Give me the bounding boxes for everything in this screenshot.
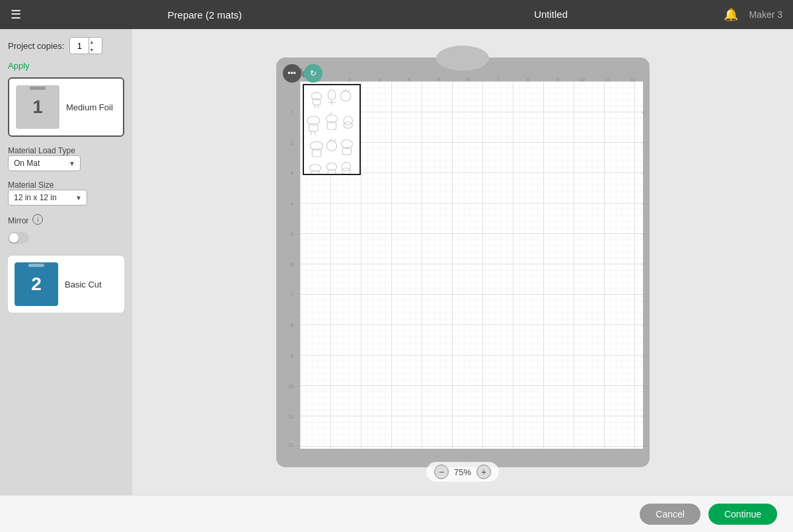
- machine-label: Maker 3: [749, 9, 782, 20]
- svg-text:4: 4: [291, 202, 293, 206]
- info-symbol: i: [37, 216, 38, 223]
- svg-text:17: 17: [436, 455, 441, 459]
- apply-button[interactable]: Apply: [8, 61, 124, 71]
- svg-text:29: 29: [605, 455, 610, 459]
- svg-point-35: [326, 141, 336, 151]
- copies-input-wrapper: ▲ ▼: [69, 37, 102, 54]
- mat-toolbar: ••• ↻: [283, 64, 322, 83]
- svg-line-16: [315, 104, 315, 108]
- mat2-number: 2: [31, 274, 42, 295]
- zoom-minus-icon: −: [439, 467, 444, 476]
- svg-text:6: 6: [643, 443, 646, 447]
- continue-button[interactable]: Continue: [708, 504, 777, 525]
- svg-point-42: [326, 163, 336, 170]
- copies-down-arrow[interactable]: ▼: [89, 46, 94, 54]
- svg-text:21: 21: [642, 354, 646, 358]
- svg-text:5: 5: [291, 232, 293, 237]
- mat-board: cricut ••• ↻ 1 2 3 4 5 6 7 8 9: [276, 57, 650, 467]
- svg-text:9: 9: [291, 354, 293, 358]
- svg-text:52: 52: [642, 172, 646, 176]
- header: ☰ Prepare (2 mats) Untitled 🔔 Maker 3: [0, 0, 793, 29]
- zoom-level: 75%: [454, 467, 471, 477]
- svg-line-27: [315, 131, 315, 135]
- copies-input[interactable]: [70, 41, 89, 51]
- svg-text:41: 41: [642, 233, 646, 237]
- mat2-card[interactable]: 2 Basic Cut: [8, 256, 124, 313]
- svg-text:12: 12: [288, 443, 293, 447]
- svg-point-21: [340, 91, 350, 100]
- design-on-mat[interactable]: [303, 84, 361, 175]
- mat-grid-wrapper: [300, 81, 643, 449]
- project-copies-label: Project copies:: [8, 41, 64, 51]
- project-copies-row: Project copies: ▲ ▼: [8, 37, 124, 54]
- svg-line-37: [334, 139, 335, 141]
- svg-text:22: 22: [496, 455, 500, 459]
- svg-text:28: 28: [580, 455, 584, 459]
- material-load-select[interactable]: On Mat Without Mat: [8, 155, 81, 171]
- mat2-label: Basic Cut: [65, 280, 102, 289]
- svg-text:6: 6: [291, 262, 293, 267]
- more-options-btn[interactable]: •••: [283, 64, 301, 83]
- copies-arrows: ▲ ▼: [89, 38, 94, 54]
- toggle-knob: [9, 233, 19, 243]
- svg-text:7: 7: [291, 293, 293, 297]
- mat1-label: Medium Foil: [66, 102, 113, 112]
- svg-text:36: 36: [642, 263, 646, 267]
- material-size-select[interactable]: 12 in x 12 in 12 in x 24 in: [8, 190, 87, 206]
- svg-line-30: [329, 112, 332, 115]
- mat2-thumbnail: 2: [15, 262, 58, 306]
- mat1-card[interactable]: 1 Medium Foil: [8, 77, 124, 137]
- zoom-out-button[interactable]: −: [434, 465, 449, 479]
- mirror-label: Mirror: [8, 216, 28, 225]
- svg-rect-39: [342, 147, 351, 155]
- svg-text:27: 27: [555, 455, 560, 459]
- material-load-section: Material Load Type On Mat Without Mat ▼: [8, 143, 124, 171]
- design-pattern-svg: [304, 85, 359, 174]
- main-layout: Project copies: ▲ ▼ Apply 1 Medium Foil …: [0, 29, 793, 495]
- zoom-in-button[interactable]: +: [476, 465, 491, 479]
- mat1-grip: [30, 87, 46, 90]
- svg-text:16: 16: [642, 385, 646, 389]
- svg-text:5: 5: [319, 455, 321, 459]
- svg-text:62: 62: [642, 111, 646, 115]
- ruler-right: 62 57 52 47 41 36 31 26 21 16 11 6: [639, 81, 650, 449]
- bell-icon[interactable]: 🔔: [724, 7, 738, 22]
- ruler-bottom: 30 29 28 27 25 22 20 17 14 11 8 5: [300, 449, 643, 462]
- mirror-toggle[interactable]: [8, 232, 29, 244]
- svg-point-31: [344, 116, 352, 124]
- material-size-select-wrapper: 12 in x 12 in 12 in x 24 in ▼: [8, 190, 87, 206]
- copies-up-arrow[interactable]: ▲: [89, 38, 94, 46]
- svg-text:2: 2: [291, 141, 293, 145]
- prepare-title: Prepare (2 mats): [32, 9, 378, 20]
- svg-text:11: 11: [642, 415, 646, 419]
- mat2-grip: [28, 264, 44, 267]
- cancel-button[interactable]: Cancel: [640, 504, 700, 525]
- svg-point-18: [328, 89, 335, 99]
- svg-text:26: 26: [642, 324, 646, 328]
- svg-rect-29: [327, 122, 336, 129]
- zoom-plus-icon: +: [481, 467, 486, 476]
- svg-text:31: 31: [642, 293, 646, 297]
- mirror-row: Mirror i: [8, 213, 124, 225]
- ruler-left: 1 2 3 4 5 6 7 8 9 10 11 12: [283, 81, 301, 449]
- menu-icon[interactable]: ☰: [11, 7, 21, 22]
- svg-text:11: 11: [377, 455, 381, 459]
- svg-text:20: 20: [466, 455, 471, 459]
- dots-icon: •••: [287, 69, 296, 78]
- svg-text:10: 10: [288, 384, 293, 389]
- document-title: Untitled: [534, 9, 568, 20]
- material-size-section: Material Size 12 in x 12 in 12 in x 24 i…: [8, 178, 124, 206]
- svg-text:1: 1: [291, 110, 293, 115]
- svg-text:8: 8: [348, 455, 351, 459]
- refresh-btn[interactable]: ↻: [304, 64, 322, 83]
- svg-text:25: 25: [525, 455, 530, 459]
- mirror-info-icon[interactable]: i: [32, 214, 43, 225]
- zoom-controls: − 75% +: [426, 462, 499, 482]
- refresh-icon: ↻: [310, 69, 317, 78]
- svg-text:3: 3: [291, 171, 293, 176]
- svg-point-28: [326, 115, 337, 122]
- mat1-number: 1: [32, 96, 43, 118]
- svg-text:57: 57: [642, 141, 646, 145]
- mat1-thumbnail: 1: [16, 85, 59, 129]
- material-load-select-wrapper: On Mat Without Mat ▼: [8, 155, 81, 171]
